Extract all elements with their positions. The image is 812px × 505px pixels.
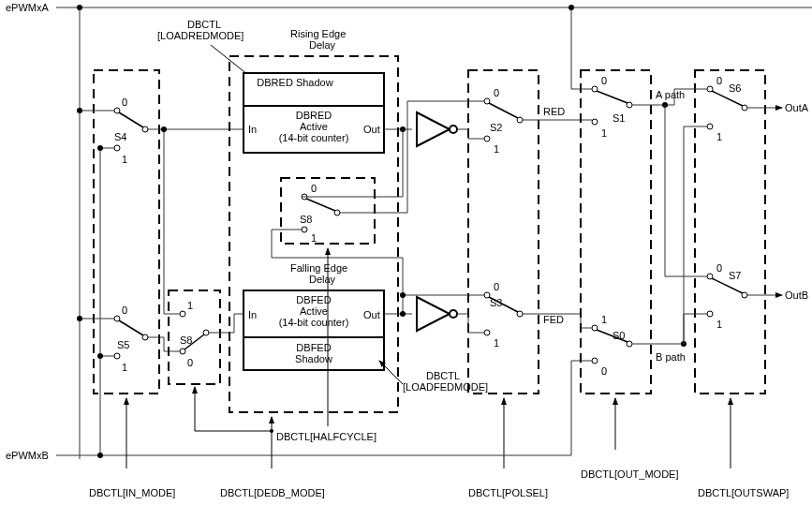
- svg-text:In: In: [248, 124, 257, 135]
- svg-text:S0: S0: [613, 330, 625, 341]
- switch-s2: 0 1 S2: [484, 87, 523, 155]
- label-outswap: DBCTL[OUTSWAP]: [698, 487, 789, 498]
- label-falling: Falling EdgeDelay: [290, 262, 347, 285]
- svg-text:DBFEDShadow: DBFEDShadow: [295, 342, 332, 364]
- svg-text:S5: S5: [117, 339, 129, 350]
- svg-text:S8: S8: [180, 334, 192, 346]
- label-inmode: DBCTL[IN_MODE]: [89, 487, 175, 498]
- svg-line-117: [597, 91, 627, 103]
- svg-point-125: [592, 358, 598, 364]
- svg-text:0: 0: [311, 183, 317, 194]
- svg-text:S1: S1: [613, 112, 625, 124]
- svg-point-19: [114, 353, 120, 359]
- label-loadred: DBCTL[LOADREDMODE]: [157, 19, 244, 41]
- svg-text:Out: Out: [363, 309, 380, 320]
- inverter-top: [417, 112, 457, 146]
- label-apath: A path: [656, 89, 685, 100]
- svg-text:1: 1: [601, 314, 607, 325]
- label-epwmxa: ePWMxA: [6, 2, 50, 13]
- svg-point-5: [97, 453, 103, 458]
- svg-point-169: [270, 429, 273, 433]
- switch-s0: 1 0 S0: [592, 314, 632, 377]
- svg-text:1: 1: [311, 232, 317, 244]
- svg-line-57: [306, 199, 335, 211]
- svg-text:S2: S2: [490, 122, 502, 133]
- svg-point-84: [484, 136, 490, 141]
- label-polsel: DBCTL[POLSEL]: [468, 487, 548, 498]
- switch-s6: 0 1 S6: [707, 75, 747, 142]
- svg-text:S4: S4: [114, 131, 126, 142]
- svg-point-28: [97, 353, 103, 359]
- svg-point-144: [707, 311, 713, 317]
- svg-text:0: 0: [122, 304, 127, 316]
- svg-point-2: [77, 5, 82, 10]
- label-dedbmode: DBCTL[DEDB_MODE]: [220, 487, 325, 498]
- label-outmode: DBCTL[OUT_MODE]: [581, 468, 679, 480]
- svg-line-10: [119, 112, 143, 127]
- block-dbred: DBRED Shadow DBREDActive(14-bit counter)…: [244, 73, 384, 153]
- label-halfcycle: DBCTL[HALFCYCLE]: [276, 431, 376, 442]
- svg-point-91: [484, 330, 490, 335]
- block-dbfed: DBFEDActive(14-bit counter) In Out DBFED…: [244, 290, 384, 370]
- svg-point-80: [450, 126, 457, 133]
- svg-text:0: 0: [716, 75, 722, 86]
- svg-text:0: 0: [122, 97, 127, 108]
- label-red: RED: [543, 106, 565, 117]
- svg-line-171: [379, 361, 403, 384]
- svg-text:0: 0: [494, 87, 499, 98]
- svg-text:S8: S8: [300, 214, 312, 225]
- svg-point-81: [450, 310, 457, 318]
- svg-point-55: [302, 227, 307, 232]
- svg-text:1: 1: [187, 300, 193, 311]
- svg-point-76: [400, 311, 406, 317]
- label-bpath: B path: [656, 351, 686, 363]
- switch-s8-left: 1 0 S8: [180, 300, 209, 368]
- switch-s1: 0 1 S1: [592, 75, 632, 139]
- svg-text:1: 1: [601, 127, 607, 139]
- label-outa: OutA: [785, 102, 809, 113]
- svg-text:0: 0: [187, 357, 193, 368]
- svg-text:1: 1: [122, 362, 127, 373]
- svg-text:DBRED
Shadow: DBRED Shadow: [257, 77, 332, 88]
- svg-text:1: 1: [716, 131, 722, 142]
- svg-text:S7: S7: [729, 270, 741, 281]
- svg-text:1: 1: [716, 319, 722, 330]
- svg-text:Out: Out: [363, 124, 380, 135]
- svg-text:0: 0: [716, 262, 722, 274]
- svg-line-86: [489, 103, 518, 118]
- svg-point-31: [180, 311, 185, 317]
- switch-s4: 0 1 S4: [114, 97, 148, 165]
- svg-text:1: 1: [494, 143, 499, 155]
- svg-rect-82: [468, 70, 539, 394]
- label-fed: FED: [543, 314, 564, 325]
- svg-rect-135: [695, 70, 765, 394]
- svg-point-123: [568, 5, 574, 10]
- svg-text:0: 0: [601, 365, 607, 377]
- switch-s5: 0 1 S5: [114, 304, 148, 373]
- label-rising: Rising EdgeDelay: [290, 28, 346, 51]
- svg-point-104: [400, 292, 406, 298]
- svg-point-41: [161, 126, 167, 132]
- svg-text:1: 1: [122, 154, 127, 165]
- label-loadfed: DBCTL[LOADFEDMODE]: [403, 370, 488, 393]
- svg-point-8: [114, 145, 120, 151]
- svg-rect-30: [169, 290, 220, 384]
- inverter-bot: [417, 297, 457, 331]
- switch-s8-mid: 0 1 S8: [281, 178, 375, 244]
- svg-rect-53: [281, 178, 375, 244]
- svg-point-26: [77, 316, 82, 321]
- svg-text:0: 0: [601, 75, 607, 86]
- svg-text:In: In: [248, 309, 257, 320]
- svg-point-115: [592, 119, 598, 125]
- svg-text:S3: S3: [490, 297, 502, 308]
- svg-text:1: 1: [494, 337, 499, 349]
- svg-point-17: [97, 145, 103, 151]
- svg-line-21: [119, 320, 143, 335]
- switch-s3: 0 1 S3: [484, 281, 523, 349]
- switch-s7: 0 1 S7: [707, 262, 747, 330]
- svg-point-15: [77, 108, 82, 113]
- label-epwmxb: ePWMxB: [6, 450, 49, 461]
- deadband-diagram: ePWMxA ePWMxB 0 1 S4 0 1 S5 DBCTL[IN_MOD…: [0, 0, 812, 505]
- label-outb: OutB: [785, 290, 808, 301]
- svg-text:S6: S6: [729, 82, 741, 94]
